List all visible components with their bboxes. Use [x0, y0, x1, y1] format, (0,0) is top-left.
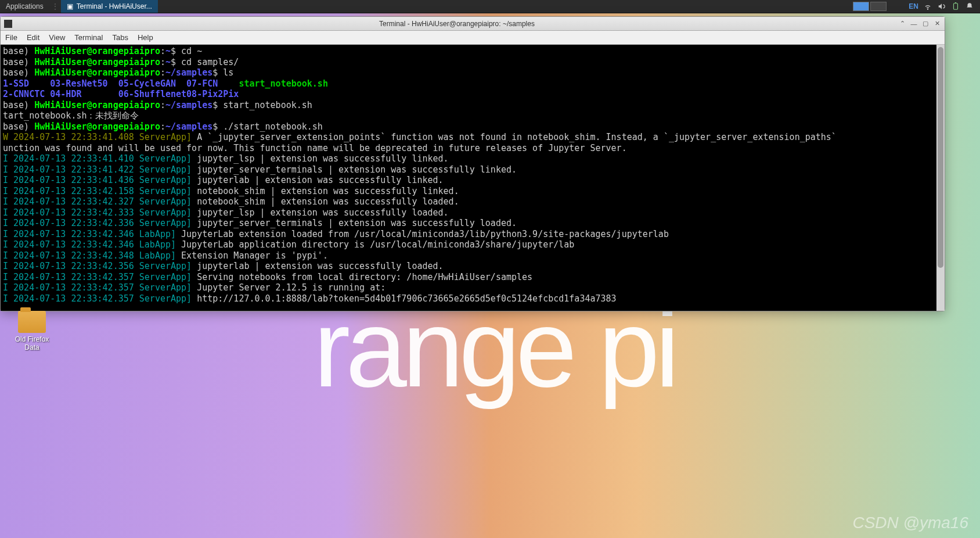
- window-icon: [4, 20, 12, 28]
- workspace-1[interactable]: [853, 2, 869, 11]
- terminal-icon: ▣: [67, 2, 73, 10]
- scrollbar-thumb[interactable]: [938, 47, 943, 268]
- menu-file[interactable]: File: [5, 33, 17, 42]
- workspace-2[interactable]: [870, 2, 887, 11]
- minimize-button[interactable]: —: [910, 20, 918, 28]
- menu-edit[interactable]: Edit: [27, 33, 39, 42]
- terminal-window: Terminal - HwHiAiUser@orangepiaipro: ~/s…: [0, 16, 945, 311]
- notifications-icon[interactable]: [965, 2, 974, 11]
- wifi-icon[interactable]: [923, 2, 932, 11]
- minimize-up-button[interactable]: ⌃: [898, 20, 906, 28]
- taskbar-label: Terminal - HwHiAiUser...: [77, 2, 152, 10]
- battery-icon[interactable]: [951, 2, 960, 11]
- watermark: CSDN @yma16: [852, 514, 968, 532]
- desktop-panel: Applications ⋮ ▣ Terminal - HwHiAiUser..…: [0, 0, 980, 13]
- workspace-switcher[interactable]: [853, 2, 887, 11]
- menu-terminal[interactable]: Terminal: [74, 33, 103, 42]
- menu-view[interactable]: View: [49, 33, 65, 42]
- svg-point-0: [927, 9, 928, 9]
- terminal-menubar: File Edit View Terminal Tabs Help: [1, 31, 945, 45]
- folder-icon: [18, 311, 46, 333]
- desktop-icon-label: Old Firefox Data: [12, 335, 52, 352]
- taskbar-terminal[interactable]: ▣ Terminal - HwHiAiUser...: [61, 0, 158, 13]
- svg-rect-1: [954, 3, 958, 10]
- desktop-icon-old-firefox[interactable]: Old Firefox Data: [12, 311, 52, 352]
- window-titlebar[interactable]: Terminal - HwHiAiUser@orangepiaipro: ~/s…: [1, 17, 945, 31]
- maximize-button[interactable]: ▢: [921, 20, 929, 28]
- terminal-output[interactable]: base) HwHiAiUser@orangepiaipro:~$ cd ~ba…: [1, 45, 945, 311]
- menu-help[interactable]: Help: [138, 33, 153, 42]
- terminal-scrollbar[interactable]: [936, 45, 945, 311]
- window-title: Terminal - HwHiAiUser@orangepiaipro: ~/s…: [16, 20, 898, 28]
- language-indicator[interactable]: EN: [909, 2, 918, 10]
- menu-tabs[interactable]: Tabs: [112, 33, 128, 42]
- applications-menu[interactable]: Applications: [0, 0, 49, 13]
- panel-separator: ⋮: [49, 2, 61, 10]
- close-button[interactable]: ✕: [933, 20, 941, 28]
- volume-icon[interactable]: [937, 2, 946, 11]
